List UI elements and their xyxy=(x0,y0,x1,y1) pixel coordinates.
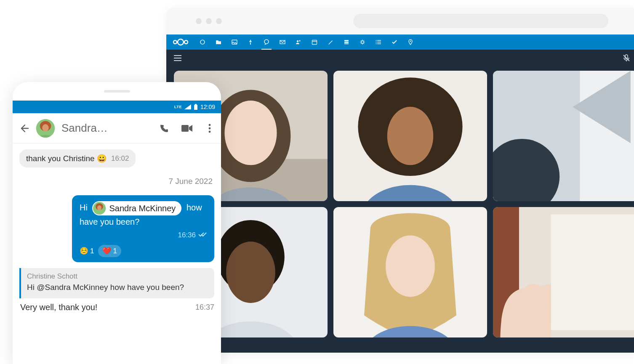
photos-icon[interactable] xyxy=(231,39,238,45)
video-grid xyxy=(174,71,634,353)
svg-point-47 xyxy=(519,284,548,324)
svg-rect-48 xyxy=(194,105,197,110)
deck-icon[interactable] xyxy=(343,39,350,45)
svg-point-32 xyxy=(224,101,277,165)
reaction-emoji: ❤️ xyxy=(102,246,111,257)
reply-message[interactable]: Christine Schott Hi @Sandra McKinney how… xyxy=(19,268,214,312)
reaction[interactable]: ❤️ 1 xyxy=(98,245,121,258)
svg-point-1 xyxy=(178,39,184,45)
phone-status-bar: LTE 12:09 xyxy=(13,101,221,113)
message-text: Very well, thank you! xyxy=(20,303,97,312)
outgoing-message[interactable]: Hi Sandra McKinney how have you been? 16… xyxy=(72,195,214,262)
message-time: 16:36 xyxy=(178,230,196,241)
message-text: thank you Christine 😀 xyxy=(26,154,107,163)
dashboard-icon[interactable] xyxy=(199,39,206,45)
nextcloud-logo-icon[interactable] xyxy=(172,38,189,46)
svg-rect-45 xyxy=(551,214,634,330)
read-receipt-icon xyxy=(198,230,207,241)
network-label: LTE xyxy=(174,105,182,109)
svg-point-21 xyxy=(376,43,377,44)
talk-icon[interactable] xyxy=(263,39,270,45)
participant-video xyxy=(493,207,634,337)
message-text: Hi Sandra McKinney how have you been? xyxy=(80,201,207,228)
contact-avatar[interactable] xyxy=(36,119,55,138)
participant-tile[interactable] xyxy=(333,71,487,201)
message-time: 16:37 xyxy=(195,303,214,312)
contacts-icon[interactable] xyxy=(295,39,302,45)
chat-body[interactable]: thank you Christine 😀 16:02 7 June 2022 … xyxy=(13,143,221,364)
video-call-icon[interactable] xyxy=(181,123,192,134)
browser-window xyxy=(166,8,634,353)
mention-name: Sandra McKinney xyxy=(109,202,176,215)
sidebar-toggle-icon[interactable] xyxy=(174,54,181,62)
quoted-sender: Christine Schott xyxy=(27,272,208,281)
svg-rect-49 xyxy=(195,104,197,105)
chat-header: Sandra… xyxy=(13,113,221,143)
participant-video xyxy=(333,71,487,201)
phone-speaker-slot xyxy=(13,82,221,101)
svg-point-56 xyxy=(209,127,211,129)
window-min-dot[interactable] xyxy=(206,18,212,24)
maps-icon[interactable] xyxy=(407,39,414,45)
mention-chip[interactable]: Sandra McKinney xyxy=(92,201,181,215)
svg-point-6 xyxy=(264,40,269,44)
contact-name[interactable]: Sandra… xyxy=(61,122,152,135)
phone-frame: LTE 12:09 Sandra… th xyxy=(13,82,221,364)
call-toolbar xyxy=(166,50,634,66)
window-max-dot[interactable] xyxy=(216,18,222,24)
svg-rect-12 xyxy=(344,40,349,41)
participant-tile[interactable] xyxy=(493,207,634,337)
svg-point-20 xyxy=(376,42,377,43)
window-controls xyxy=(196,18,222,24)
svg-point-53 xyxy=(42,124,48,132)
svg-point-15 xyxy=(361,41,364,43)
tasks-list-icon[interactable] xyxy=(375,39,382,45)
incoming-message[interactable]: thank you Christine 😀 16:02 xyxy=(19,149,136,167)
svg-point-55 xyxy=(209,124,211,126)
message-time: 16:02 xyxy=(111,154,129,163)
url-bar[interactable] xyxy=(353,14,608,28)
calendar-icon[interactable] xyxy=(311,39,318,45)
quoted-text: Hi @Sandra McKinney how have you been? xyxy=(27,282,208,293)
svg-rect-14 xyxy=(344,43,349,44)
files-icon[interactable] xyxy=(215,39,222,45)
mail-icon[interactable] xyxy=(279,39,286,45)
notes-icon[interactable] xyxy=(327,39,334,45)
participant-tile[interactable] xyxy=(493,71,634,201)
back-icon[interactable] xyxy=(19,123,29,134)
mic-muted-icon[interactable] xyxy=(623,54,630,62)
more-menu-icon[interactable] xyxy=(204,123,215,134)
reaction[interactable]: ☺️ 1 xyxy=(80,245,94,258)
reaction-emoji: ☺️ xyxy=(80,246,88,257)
reaction-count: 1 xyxy=(113,246,117,257)
svg-point-22 xyxy=(410,41,411,42)
participant-tile[interactable] xyxy=(333,207,487,337)
svg-point-60 xyxy=(97,205,101,210)
forms-icon[interactable] xyxy=(359,39,366,45)
browser-chrome xyxy=(166,8,634,35)
svg-point-2 xyxy=(184,40,188,44)
svg-point-43 xyxy=(386,235,435,297)
call-area xyxy=(166,50,634,353)
tasks-icon[interactable] xyxy=(391,39,398,45)
svg-point-9 xyxy=(299,40,300,41)
quoted-block: Christine Schott Hi @Sandra McKinney how… xyxy=(19,268,214,298)
signal-icon xyxy=(184,104,191,109)
nextcloud-topbar xyxy=(166,35,634,50)
svg-rect-13 xyxy=(344,42,349,43)
svg-point-8 xyxy=(297,40,298,42)
svg-rect-5 xyxy=(250,43,251,45)
svg-point-57 xyxy=(209,130,211,133)
svg-point-19 xyxy=(376,40,377,41)
topbar-app-icons xyxy=(199,39,414,45)
reactions: ☺️ 1 ❤️ 1 xyxy=(80,245,207,258)
svg-rect-10 xyxy=(312,40,317,45)
audio-call-icon[interactable] xyxy=(159,123,170,134)
svg-point-0 xyxy=(173,40,177,44)
date-separator: 7 June 2022 xyxy=(168,173,214,189)
activity-icon[interactable] xyxy=(247,39,254,45)
svg-point-41 xyxy=(226,242,275,303)
window-close-dot[interactable] xyxy=(196,18,202,24)
reaction-count: 1 xyxy=(90,246,94,257)
clock: 12:09 xyxy=(200,104,215,110)
